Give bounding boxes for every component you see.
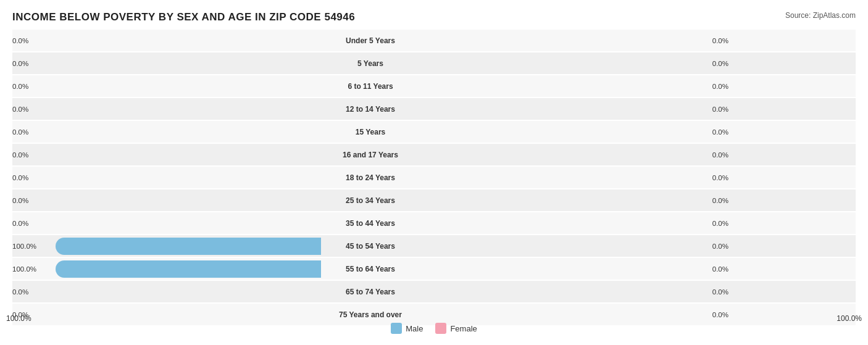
male-value: 0.0% <box>12 83 28 90</box>
left-section: 0.0% <box>12 212 321 234</box>
right-section: 0.0% <box>420 235 728 257</box>
bar-label: 75 Years and over <box>321 310 420 319</box>
female-value: 0.0% <box>712 128 728 136</box>
bar-label: 18 to 24 Years <box>321 173 420 182</box>
right-section: 0.0% <box>420 304 728 325</box>
left-section: 0.0% <box>12 98 321 120</box>
female-value: 0.0% <box>712 288 728 296</box>
bar-row: 0.0% 18 to 24 Years 0.0% <box>12 167 856 188</box>
bar-row: 100.0% 45 to 54 Years 0.0% <box>12 235 856 257</box>
bar-row: 100.0% 55 to 64 Years 0.0% <box>12 258 856 280</box>
male-value: 100.0% <box>12 265 36 273</box>
male-value: 0.0% <box>12 151 28 159</box>
male-value: 0.0% <box>12 174 28 181</box>
male-value: 0.0% <box>12 197 28 204</box>
female-value: 0.0% <box>712 174 728 181</box>
left-section: 0.0% <box>12 189 321 211</box>
bar-row: 0.0% 5 Years 0.0% <box>12 52 856 74</box>
female-value: 0.0% <box>712 243 728 250</box>
chart-legend: 100.0% Male Female 100.0% <box>0 323 868 334</box>
left-section: 0.0% <box>12 52 321 74</box>
legend-male-box <box>391 323 402 334</box>
male-value: 0.0% <box>12 128 28 136</box>
bar-row: 0.0% 65 to 74 Years 0.0% <box>12 281 856 302</box>
bar-label: 5 Years <box>321 59 420 68</box>
female-value: 0.0% <box>712 60 728 67</box>
female-value: 0.0% <box>712 311 728 318</box>
bar-label: 15 Years <box>321 128 420 136</box>
female-value: 0.0% <box>712 83 728 90</box>
female-value: 0.0% <box>712 220 728 227</box>
legend-female: Female <box>435 323 477 334</box>
male-value: 100.0% <box>12 243 36 250</box>
right-section: 0.0% <box>420 167 728 188</box>
right-section: 0.0% <box>420 52 728 74</box>
bar-row: 0.0% 6 to 11 Years 0.0% <box>12 75 856 97</box>
legend-female-label: Female <box>450 324 477 333</box>
male-bar <box>56 260 321 278</box>
bar-label: 45 to 54 Years <box>321 242 420 251</box>
bar-label: Under 5 Years <box>321 36 420 45</box>
bar-label: 55 to 64 Years <box>321 265 420 273</box>
right-section: 0.0% <box>420 75 728 97</box>
bar-row: 0.0% 12 to 14 Years 0.0% <box>12 98 856 120</box>
female-value: 0.0% <box>712 106 728 113</box>
chart-title: INCOME BELOW POVERTY BY SEX AND AGE IN Z… <box>12 11 355 23</box>
left-section: 0.0% <box>12 281 321 302</box>
left-section: 100.0% <box>12 235 321 257</box>
right-section: 0.0% <box>420 144 728 165</box>
chart-container: INCOME BELOW POVERTY BY SEX AND AGE IN Z… <box>0 0 868 345</box>
right-section: 0.0% <box>420 30 728 51</box>
left-section: 100.0% <box>12 258 321 280</box>
left-section: 0.0% <box>12 30 321 51</box>
female-value: 0.0% <box>712 265 728 273</box>
bar-row: 0.0% 75 Years and over 0.0% <box>12 304 856 325</box>
legend-male: Male <box>391 323 423 334</box>
bar-label: 6 to 11 Years <box>321 82 420 91</box>
bar-row: 0.0% 16 and 17 Years 0.0% <box>12 144 856 165</box>
bar-label: 12 to 14 Years <box>321 105 420 114</box>
legend-female-box <box>435 323 446 334</box>
bar-label: 35 to 44 Years <box>321 219 420 228</box>
bar-label: 16 and 17 Years <box>321 151 420 159</box>
bar-label: 65 to 74 Years <box>321 288 420 296</box>
left-section: 0.0% <box>12 304 321 325</box>
male-value: 0.0% <box>12 288 28 296</box>
bar-row: 0.0% 15 Years 0.0% <box>12 121 856 143</box>
bar-row: 0.0% 35 to 44 Years 0.0% <box>12 212 856 234</box>
legend-male-label: Male <box>406 324 423 333</box>
left-section: 0.0% <box>12 144 321 165</box>
male-value: 0.0% <box>12 106 28 113</box>
chart-header: INCOME BELOW POVERTY BY SEX AND AGE IN Z… <box>12 11 856 23</box>
legend-left-value: 100.0% <box>6 314 31 323</box>
right-section: 0.0% <box>420 98 728 120</box>
bar-label: 25 to 34 Years <box>321 196 420 205</box>
right-section: 0.0% <box>420 121 728 143</box>
bar-row: 0.0% 25 to 34 Years 0.0% <box>12 189 856 211</box>
right-section: 0.0% <box>420 212 728 234</box>
left-section: 0.0% <box>12 121 321 143</box>
female-value: 0.0% <box>712 37 728 44</box>
right-section: 0.0% <box>420 281 728 302</box>
male-value: 0.0% <box>12 220 28 227</box>
right-section: 0.0% <box>420 189 728 211</box>
male-value: 0.0% <box>12 60 28 67</box>
left-section: 0.0% <box>12 75 321 97</box>
bar-row: 0.0% Under 5 Years 0.0% <box>12 30 856 51</box>
legend-right-value: 100.0% <box>837 314 862 323</box>
right-section: 0.0% <box>420 258 728 280</box>
male-bar <box>56 238 321 255</box>
female-value: 0.0% <box>712 151 728 159</box>
chart-source: Source: ZipAtlas.com <box>785 11 856 20</box>
male-value: 0.0% <box>12 37 28 44</box>
chart-body: 0.0% Under 5 Years 0.0% 0.0% 5 Years 0.0… <box>12 30 856 326</box>
left-section: 0.0% <box>12 167 321 188</box>
female-value: 0.0% <box>712 197 728 204</box>
